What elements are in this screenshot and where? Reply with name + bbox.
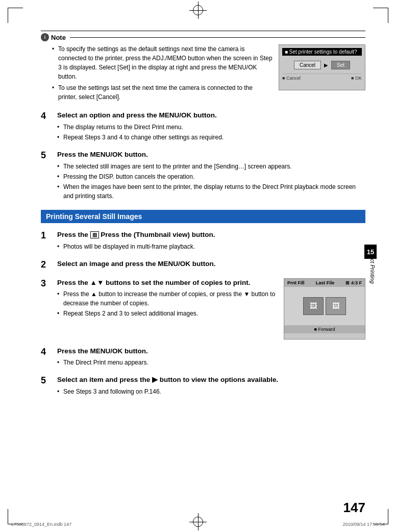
note-bullet-1: To specify the settings as the default s… bbox=[52, 44, 273, 81]
note-text: To specify the settings as the default s… bbox=[52, 44, 273, 104]
footer-right: 2010/09/14 17:56:54 bbox=[342, 522, 385, 527]
step-5-list: The selected still images are sent to th… bbox=[57, 162, 365, 201]
cam-footer-text: ■ Forward bbox=[314, 327, 335, 332]
note-divider bbox=[70, 37, 365, 38]
step-4-title: Select an option and press the MENU/OK b… bbox=[57, 111, 365, 120]
step3-text: Press the ▲▼ buttons to set the number o… bbox=[57, 278, 278, 340]
step-p2-2-number: 2 bbox=[41, 259, 52, 271]
cam-icons: ⊞ 4:3 F bbox=[345, 280, 362, 285]
step-p2-5-title: Select an item and press the ▶ button to… bbox=[57, 375, 365, 385]
step-p2-1-content: Press the ⊞ Press the (Thumbnail view) b… bbox=[57, 230, 365, 252]
step-4-body: The display returns to the Direct Print … bbox=[57, 123, 365, 142]
page-number: 147 bbox=[343, 500, 365, 516]
reg-mark-top bbox=[193, 5, 203, 15]
step-p2-4-content: Press the MENU/OK button. The Direct Pri… bbox=[57, 347, 365, 369]
step-p2-5-list: See Steps 3 and following on P.146. bbox=[57, 387, 365, 396]
cam-body: 🖼 🖼 bbox=[284, 287, 365, 325]
step-5: 5 Press the MENU/OK button. The selected… bbox=[41, 150, 365, 202]
step-4-bullet-1: The display returns to the Direct Print … bbox=[57, 123, 365, 132]
set-button: Set bbox=[331, 61, 350, 69]
step-p2-4: 4 Press the MENU/OK button. The Direct P… bbox=[41, 347, 365, 369]
step-p2-3-bullet-2: Repeat Steps 2 and 3 to select additiona… bbox=[57, 309, 278, 318]
cam-thumb-icon-1: 🖼 bbox=[310, 302, 317, 310]
step-5-number: 5 bbox=[41, 150, 52, 161]
note-content: To specify the settings as the default s… bbox=[52, 44, 365, 104]
note-bullet-2: To use the settings last set the next ti… bbox=[52, 83, 273, 102]
cam-thumb-1: 🖼 bbox=[303, 297, 324, 315]
step-p2-4-title: Press the MENU/OK button. bbox=[57, 347, 365, 356]
step-p2-3: 3 Press the ▲▼ buttons to set the number… bbox=[41, 278, 365, 340]
camera-screen: Prnt Fill Last File ⊞ 4:3 F 🖼 🖼 bbox=[284, 278, 365, 340]
page: i Note To specify the settings as the de… bbox=[0, 0, 396, 532]
cam-footer: ■ Forward bbox=[284, 325, 365, 333]
step-p2-1-list: Photos will be displayed in multi-frame … bbox=[57, 242, 365, 251]
note-header-row: i Note bbox=[41, 33, 365, 41]
corner-mark-tr bbox=[373, 8, 388, 23]
step-p2-2-content: Select an image and press the MENU/OK bu… bbox=[57, 259, 365, 271]
step-p2-5-content: Select an item and press the ▶ button to… bbox=[57, 375, 365, 397]
step-p2-5-number: 5 bbox=[41, 375, 52, 386]
footer-cancel: ■ Cancel bbox=[282, 76, 301, 81]
note-title: Note bbox=[51, 34, 66, 41]
cam-thumb-2: 🖼 bbox=[326, 297, 346, 315]
step-5-bullet-3: When the images have been sent to the pr… bbox=[57, 182, 365, 201]
note-list: To specify the settings as the default s… bbox=[52, 44, 273, 102]
section-header: Printing Several Still Images bbox=[41, 210, 365, 223]
note-section: i Note To specify the settings as the de… bbox=[41, 31, 365, 104]
step-p2-5: 5 Select an item and press the ▶ button … bbox=[41, 375, 365, 397]
step-p2-1-number: 1 bbox=[41, 230, 52, 241]
step-4-number: 4 bbox=[41, 111, 52, 122]
step-p2-5-body: See Steps 3 and following on P.146. bbox=[57, 387, 365, 396]
step-4-bullet-2: Repeat Steps 3 and 4 to change other set… bbox=[57, 133, 365, 142]
step-p2-4-body: The Direct Print menu appears. bbox=[57, 358, 365, 367]
cam-header-left: Prnt Fill bbox=[287, 280, 305, 285]
step-p2-1-body: Photos will be displayed in multi-frame … bbox=[57, 242, 365, 251]
step-p2-4-number: 4 bbox=[41, 347, 52, 358]
step-p2-1: 1 Press the ⊞ Press the (Thumbnail view)… bbox=[41, 230, 365, 252]
steps-part2: 1 Press the ⊞ Press the (Thumbnail view)… bbox=[41, 230, 365, 398]
corner-mark-tl bbox=[8, 8, 23, 23]
step-p2-3-title: Press the ▲▼ buttons to set the number o… bbox=[57, 278, 278, 288]
dialog-body: Cancel ▶ Set bbox=[282, 61, 362, 69]
thumbnail-icon: ⊞ bbox=[90, 231, 99, 238]
page-tab: 15 bbox=[364, 245, 377, 259]
dialog-buttons: Cancel ▶ Set bbox=[285, 61, 359, 69]
step-5-title: Press the MENU/OK button. bbox=[57, 150, 365, 160]
step-p2-3-list: Press the ▲ button to increase the numbe… bbox=[57, 289, 278, 318]
cam-thumbnails: 🖼 🖼 bbox=[303, 297, 346, 315]
note-icon: i bbox=[41, 33, 49, 41]
step-5-content: Press the MENU/OK button. The selected s… bbox=[57, 150, 365, 202]
footer-left: L7580872_0914_En.indb 147 bbox=[11, 522, 71, 527]
step-p2-1-bullet-1: Photos will be displayed in multi-frame … bbox=[57, 242, 365, 251]
step-p2-3-bullet-1: Press the ▲ button to increase the numbe… bbox=[57, 289, 278, 308]
step-5-bullet-1: The selected still images are sent to th… bbox=[57, 162, 365, 171]
steps-part1: 4 Select an option and press the MENU/OK… bbox=[41, 111, 365, 202]
step3-layout: Press the ▲▼ buttons to set the number o… bbox=[57, 278, 365, 340]
step-p2-2: 2 Select an image and press the MENU/OK … bbox=[41, 259, 365, 271]
step-p2-3-content: Press the ▲▼ buttons to set the number o… bbox=[57, 278, 365, 340]
dialog-footer: ■ Cancel ■ OK bbox=[282, 74, 362, 81]
step-p2-3-body: Press the ▲ button to increase the numbe… bbox=[57, 289, 278, 318]
cam-header-right: Last File bbox=[316, 280, 335, 285]
step-p2-5-bullet-1: See Steps 3 and following on P.146. bbox=[57, 387, 365, 396]
step-p2-4-list: The Direct Print menu appears. bbox=[57, 358, 365, 367]
step-p2-4-bullet-1: The Direct Print menu appears. bbox=[57, 358, 365, 367]
step-5-body: The selected still images are sent to th… bbox=[57, 162, 365, 201]
step-4-list: The display returns to the Direct Print … bbox=[57, 123, 365, 142]
dialog-title: ■ Set printer settings to default? bbox=[282, 48, 362, 56]
footer-ok: ■ OK bbox=[351, 76, 362, 81]
step-4-content: Select an option and press the MENU/OK b… bbox=[57, 111, 365, 143]
printer-dialog-image: ■ Set printer settings to default? Cance… bbox=[279, 44, 365, 90]
step-p2-3-number: 3 bbox=[41, 278, 52, 289]
step-p2-2-title: Select an image and press the MENU/OK bu… bbox=[57, 259, 365, 269]
cam-header: Prnt Fill Last File ⊞ 4:3 F bbox=[284, 279, 365, 287]
step-4: 4 Select an option and press the MENU/OK… bbox=[41, 111, 365, 143]
step-5-bullet-2: Pressing the DISP. button cancels the op… bbox=[57, 172, 365, 181]
step-p2-1-title: Press the ⊞ Press the (Thumbnail view) b… bbox=[57, 230, 365, 240]
cancel-button: Cancel bbox=[294, 61, 321, 69]
reg-mark-bottom bbox=[193, 517, 203, 527]
cam-thumb-icon-2: 🖼 bbox=[332, 302, 339, 310]
